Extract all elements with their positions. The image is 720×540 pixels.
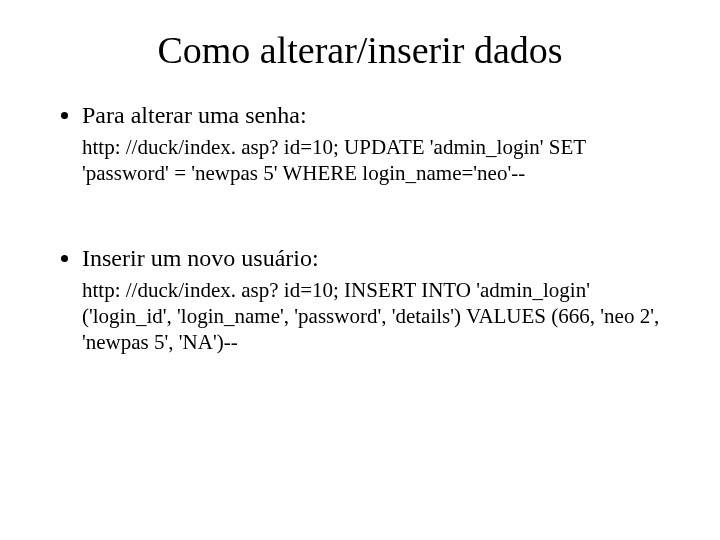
slide-title: Como alterar/inserir dados (60, 28, 660, 72)
bullet-item-2: Inserir um novo usuário: http: //duck/in… (82, 243, 660, 356)
bullet-label-1: Para alterar uma senha: (82, 102, 307, 128)
bullet-list: Para alterar uma senha: http: //duck/ind… (60, 100, 660, 187)
bullet-label-2: Inserir um novo usuário: (82, 245, 319, 271)
code-block-1: http: //duck/index. asp? id=10; UPDATE '… (82, 134, 660, 187)
slide: Como alterar/inserir dados Para alterar … (0, 0, 720, 540)
bullet-list-2: Inserir um novo usuário: http: //duck/in… (60, 243, 660, 356)
code-block-2: http: //duck/index. asp? id=10; INSERT I… (82, 277, 660, 356)
bullet-item-1: Para alterar uma senha: http: //duck/ind… (82, 100, 660, 187)
spacer (60, 193, 660, 243)
